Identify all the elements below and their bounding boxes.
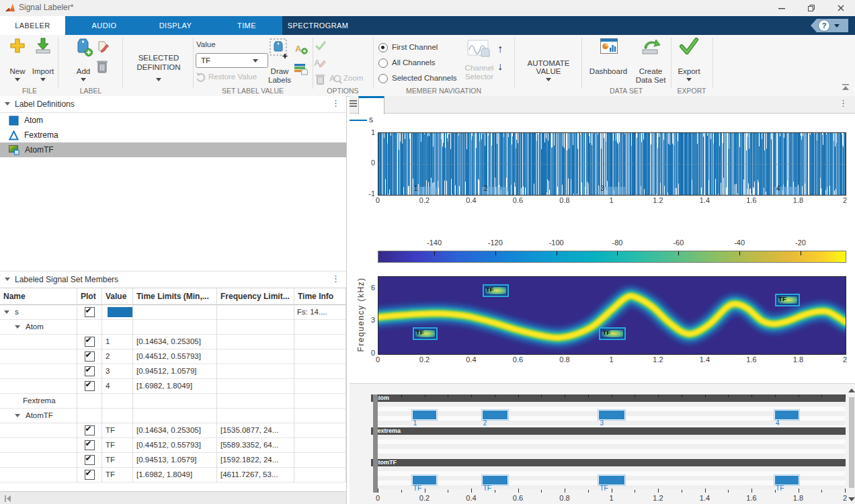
tf-label-box[interactable]: TF xyxy=(483,284,509,297)
close-button[interactable] xyxy=(828,0,854,16)
collapse-ribbon-button[interactable] xyxy=(842,83,850,93)
plot-checkbox[interactable]: ✔ xyxy=(85,366,95,376)
plot-checkbox[interactable]: ✔ xyxy=(85,425,95,435)
signal-xtick: 0.2 xyxy=(410,196,440,204)
members-menu-icon[interactable]: ⋮ xyxy=(331,274,340,284)
member-row[interactable]: Fextrema xyxy=(0,393,346,409)
tf-label-box[interactable]: TF xyxy=(413,327,438,340)
column-header-0[interactable]: Name xyxy=(0,288,77,304)
tab-audio[interactable]: AUDIO xyxy=(69,16,140,35)
tab-spectrogram[interactable]: SPECTROGRAM xyxy=(282,16,354,35)
plot-checkbox[interactable]: ✔ xyxy=(85,381,95,391)
help-button[interactable]: ? xyxy=(811,19,848,32)
delete-value-button[interactable] xyxy=(315,73,325,87)
strip-segment[interactable] xyxy=(774,410,799,420)
colorbar[interactable] xyxy=(378,251,846,263)
member-row[interactable]: ✔1[0.14634, 0.25305] xyxy=(0,334,346,349)
accept-button[interactable] xyxy=(315,40,327,52)
column-header-1[interactable]: Plot xyxy=(77,288,102,304)
scroll-down-icon[interactable] xyxy=(848,497,855,501)
member-row[interactable]: s✔Fs: 14.... xyxy=(0,304,346,320)
strip-header-atomtf[interactable]: AtomTF xyxy=(371,459,846,466)
radio-all-channels[interactable] xyxy=(378,58,388,68)
strip-axis-tick xyxy=(588,394,589,397)
tf-label-box[interactable]: TF xyxy=(599,327,625,340)
rename-label-button[interactable]: A xyxy=(313,56,327,71)
help-dropdown-icon[interactable] xyxy=(834,24,840,28)
add-dropdown-icon[interactable] xyxy=(81,78,86,81)
scroll-up-icon[interactable] xyxy=(848,388,855,392)
plot-checkbox[interactable]: ✔ xyxy=(85,440,95,450)
add-text-label-button[interactable]: A xyxy=(294,43,308,57)
document-tab[interactable] xyxy=(358,96,384,114)
tab-time[interactable]: TIME xyxy=(211,16,282,35)
member-row[interactable]: ✔4[1.6982, 1.8049] xyxy=(0,378,346,394)
column-header-3[interactable]: Time Limits (Min,... xyxy=(133,288,217,304)
strip-segment[interactable] xyxy=(598,410,624,420)
column-header-2[interactable]: Value xyxy=(102,288,133,304)
strip-header-fextrema[interactable]: Fextrema xyxy=(371,427,846,435)
tab-labeler[interactable]: LABELER xyxy=(0,16,65,35)
plot-checkbox[interactable]: ✔ xyxy=(85,455,95,465)
tab-display[interactable]: DISPLAY xyxy=(140,16,211,35)
previous-member-button[interactable]: ↑ xyxy=(497,43,503,55)
member-row[interactable]: ✔2[0.44512, 0.55793] xyxy=(0,349,346,364)
automate-value-dropdown-icon[interactable] xyxy=(546,78,551,81)
collapse-members-icon[interactable] xyxy=(5,278,10,281)
edit-label-button[interactable] xyxy=(95,40,109,56)
value-combobox-arrow-icon[interactable] xyxy=(253,59,258,62)
label-definition-atom[interactable]: Atom xyxy=(0,113,346,128)
minimize-button[interactable] xyxy=(769,0,795,16)
value-combobox[interactable]: TF xyxy=(196,53,268,68)
strips-left-scrollbar[interactable] xyxy=(373,394,378,493)
members-hscrollbar[interactable] xyxy=(0,491,346,504)
export-dropdown-icon[interactable] xyxy=(686,78,692,81)
expander-icon[interactable] xyxy=(15,325,20,329)
member-row[interactable]: ✔TF[0.44512, 0.55793][5589.3352, 64... xyxy=(0,437,346,453)
help-icon[interactable]: ? xyxy=(818,19,830,32)
plot-checkbox[interactable]: ✔ xyxy=(85,351,95,362)
member-row[interactable]: ✔TF[0.14634, 0.25305][1535.0877, 24... xyxy=(0,423,346,438)
member-row[interactable]: Atom xyxy=(0,319,346,335)
collapse-label-definitions-icon[interactable] xyxy=(5,102,10,106)
member-row[interactable]: ✔TF[1.6982, 1.8049][4611.7267, 53... xyxy=(0,467,346,482)
label-definition-fextrema[interactable]: Fextrema xyxy=(0,128,346,142)
delete-label-button[interactable] xyxy=(96,59,108,76)
column-header-4[interactable]: Frequency Limit... xyxy=(217,288,294,304)
expander-icon[interactable] xyxy=(4,310,9,314)
spectrogram-plot[interactable]: TFTFTFTF xyxy=(378,276,846,355)
strip-segment[interactable] xyxy=(412,410,437,420)
channel-selector-button[interactable]: Channel Selector xyxy=(466,39,492,61)
strip-segment[interactable] xyxy=(598,475,624,485)
plot-checkbox[interactable]: ✔ xyxy=(85,470,95,480)
viewer-menu-icon[interactable]: ⋮ xyxy=(839,98,848,108)
strip-segment[interactable] xyxy=(482,475,508,485)
strip-segment[interactable] xyxy=(774,475,799,485)
strip-header-atom[interactable]: Atom xyxy=(371,394,846,402)
member-row[interactable]: ✔TF[0.94513, 1.0579][1592.1822, 24... xyxy=(0,452,346,468)
strips-vscrollbar[interactable] xyxy=(848,387,855,504)
plot-checkbox[interactable]: ✔ xyxy=(85,307,95,317)
expander-icon[interactable] xyxy=(15,414,20,417)
label-style-button[interactable] xyxy=(294,63,309,77)
member-row[interactable]: AtomTF xyxy=(0,408,346,423)
zoom-button[interactable]: A Zoom xyxy=(329,73,342,87)
label-definition-atomtf[interactable]: AtomTF xyxy=(0,142,346,157)
plot-checkbox[interactable]: ✔ xyxy=(85,337,95,347)
scrollbar-thumb[interactable] xyxy=(849,397,854,488)
tf-label-box[interactable]: TF xyxy=(775,294,800,306)
next-member-button[interactable]: ↓ xyxy=(497,60,503,73)
strip-segment[interactable] xyxy=(482,410,508,420)
column-header-5[interactable]: Time Info xyxy=(294,288,346,304)
new-dropdown-icon[interactable] xyxy=(15,78,20,81)
member-row[interactable]: ✔3[0.94512, 1.0579] xyxy=(0,364,346,379)
import-dropdown-icon[interactable] xyxy=(40,78,46,81)
radio-selected-channels[interactable] xyxy=(378,74,388,83)
restore-button[interactable] xyxy=(799,0,824,16)
restore-value-button[interactable]: Restore Value xyxy=(196,72,206,85)
selected-definition-dropdown-icon[interactable] xyxy=(156,78,161,81)
strip-segment[interactable] xyxy=(412,475,437,485)
scroll-to-start-icon[interactable] xyxy=(4,495,12,503)
label-definitions-menu-icon[interactable]: ⋮ xyxy=(331,98,340,108)
radio-first-channel[interactable] xyxy=(378,43,388,52)
